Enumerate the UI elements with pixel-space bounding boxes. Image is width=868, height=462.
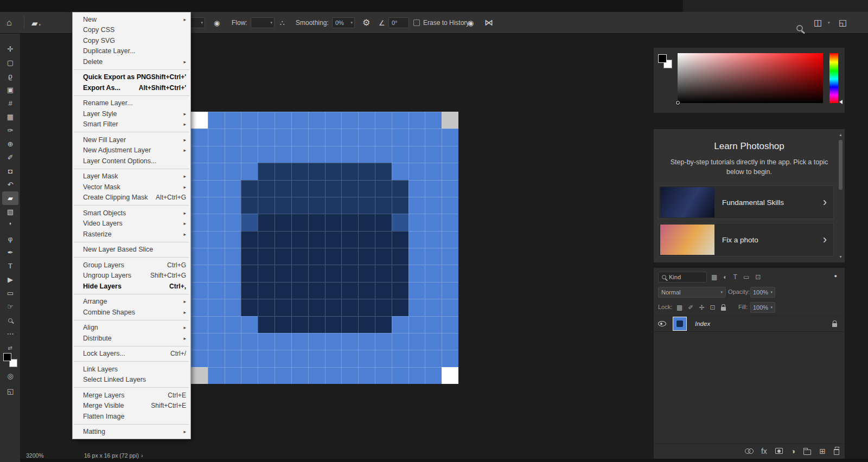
- object-selection-tool[interactable]: ▣: [0, 83, 21, 97]
- opacity-input[interactable]: 100% ▾: [750, 287, 775, 298]
- menu-item-layer-content-options[interactable]: Layer Content Options...: [73, 156, 190, 166]
- learn-topic-fix-a-photo[interactable]: Fix a photo›: [658, 223, 834, 256]
- status-chevron-icon[interactable]: ›: [141, 452, 143, 459]
- menu-item-new-adjustment-layer[interactable]: New Adjustment Layer▸: [73, 145, 190, 156]
- workspace-icon[interactable]: ◫: [814, 18, 822, 27]
- delete-layer-icon[interactable]: [834, 449, 839, 455]
- lock-all-icon[interactable]: [721, 307, 726, 311]
- quick-mask-button[interactable]: ◎: [0, 369, 21, 382]
- scrollbar-thumb[interactable]: [839, 140, 843, 190]
- clone-stamp-tool[interactable]: ◘: [0, 164, 21, 178]
- lock-transparency-icon[interactable]: ▩: [676, 303, 682, 312]
- menu-item-quick-export-as-png[interactable]: Quick Export as PNGShift+Ctrl+': [73, 72, 190, 83]
- tool-preset-picker[interactable]: ▰ ▾: [31, 18, 41, 27]
- paint-symmetry-icon[interactable]: ⋈: [484, 18, 493, 27]
- menu-item-video-layers[interactable]: Video Layers▸: [73, 219, 190, 229]
- menu-item-matting[interactable]: Matting▸: [73, 427, 190, 438]
- menu-item-merge-visible[interactable]: Merge VisibleShift+Ctrl+E: [73, 401, 190, 412]
- menu-item-export-as[interactable]: Export As...Alt+Shift+Ctrl+': [73, 82, 190, 93]
- menu-item-smart-filter[interactable]: Smart Filter▸: [73, 119, 190, 130]
- blend-mode-select[interactable]: Normal ▾: [658, 287, 726, 298]
- eyedropper-tool[interactable]: ✑: [0, 124, 21, 137]
- layer-row[interactable]: Index: [654, 316, 845, 332]
- brush-angle-input[interactable]: 0°: [388, 17, 409, 28]
- scrollbar[interactable]: ▴ ▾: [838, 132, 844, 259]
- layer-style-fx-icon[interactable]: fx: [761, 447, 767, 455]
- menu-item-rename-layer[interactable]: Rename Layer...: [73, 98, 190, 109]
- menu-item-align[interactable]: Align▸: [73, 323, 190, 333]
- menu-item-layer-mask[interactable]: Layer Mask▸: [73, 171, 190, 182]
- filter-shape-icon[interactable]: ▭: [743, 272, 749, 282]
- menu-item-vector-mask[interactable]: Vector Mask▸: [73, 182, 190, 193]
- menu-item-arrange[interactable]: Arrange▸: [73, 297, 190, 307]
- spot-healing-brush-tool[interactable]: ⊕: [0, 137, 21, 151]
- layer-filter-search[interactable]: Kind: [658, 272, 707, 283]
- lasso-tool[interactable]: ϱ: [0, 69, 21, 83]
- menu-item-hide-layers[interactable]: Hide LayersCtrl+,: [73, 281, 190, 292]
- menu-item-smart-objects[interactable]: Smart Objects▸: [73, 208, 190, 219]
- color-swatch-control[interactable]: [3, 353, 17, 367]
- new-group-icon[interactable]: [803, 450, 811, 455]
- hue-slider[interactable]: [829, 53, 838, 103]
- menu-item-rasterize[interactable]: Rasterize▸: [73, 229, 190, 240]
- saturation-brightness-field[interactable]: [678, 53, 823, 103]
- link-layers-icon[interactable]: [745, 448, 753, 454]
- panel-color-swatches[interactable]: [658, 54, 672, 68]
- zoom-tool[interactable]: [0, 313, 21, 327]
- add-layer-mask-icon[interactable]: [775, 448, 783, 454]
- menu-item-combine-shapes[interactable]: Combine Shapes▸: [73, 307, 190, 318]
- hue-slider-marker[interactable]: [839, 100, 843, 104]
- filter-image-icon[interactable]: ▩: [711, 272, 717, 282]
- dock-panel-icon[interactable]: ◱: [839, 18, 847, 27]
- lock-position-icon[interactable]: ✢: [699, 303, 704, 312]
- menu-item-layer-style[interactable]: Layer Style▸: [73, 108, 190, 119]
- filter-adjustment-icon[interactable]: ◐: [723, 272, 727, 282]
- menu-item-copy-css[interactable]: Copy CSS: [73, 25, 190, 36]
- visibility-eye-icon[interactable]: [658, 321, 666, 326]
- smoothing-options-gear-icon[interactable]: ⚙: [362, 18, 370, 27]
- color-picker-marker[interactable]: [676, 101, 680, 105]
- scroll-up-icon[interactable]: ▴: [838, 132, 844, 137]
- home-icon[interactable]: ⌂: [7, 18, 12, 27]
- smoothing-input[interactable]: 0% ▾: [332, 17, 355, 28]
- type-tool[interactable]: T: [0, 259, 21, 273]
- new-layer-icon[interactable]: ⊞: [819, 447, 826, 455]
- fill-input[interactable]: 100% ▾: [750, 302, 775, 313]
- eraser-tool[interactable]: ▰: [2, 191, 18, 205]
- path-selection-tool[interactable]: ▶: [0, 273, 21, 286]
- filter-type-icon[interactable]: T: [733, 272, 737, 282]
- edit-toolbar-button[interactable]: ⋯: [0, 327, 21, 341]
- pressure-size-icon[interactable]: ◉: [468, 19, 474, 26]
- scroll-down-icon[interactable]: ▾: [838, 254, 844, 259]
- menu-item-distribute[interactable]: Distribute▸: [73, 333, 190, 344]
- menu-item-merge-layers[interactable]: Merge LayersCtrl+E: [73, 390, 190, 401]
- menu-item-new[interactable]: New▸: [73, 14, 190, 25]
- flow-input[interactable]: ▾: [251, 17, 275, 28]
- screen-mode-button[interactable]: ◱: [0, 384, 21, 397]
- menu-item-link-layers[interactable]: Link Layers: [73, 364, 190, 375]
- foreground-color-swatch[interactable]: [658, 54, 667, 63]
- zoom-level[interactable]: 3200%: [26, 452, 44, 459]
- layer-thumbnail[interactable]: [673, 317, 687, 331]
- airbrush-icon[interactable]: ∴: [280, 19, 284, 26]
- layer-name[interactable]: Index: [695, 320, 710, 327]
- history-brush-tool[interactable]: ↶: [0, 178, 21, 191]
- filter-toggle-icon[interactable]: ●: [834, 273, 837, 279]
- lock-paint-icon[interactable]: ✐: [688, 303, 693, 312]
- gradient-tool[interactable]: ▧: [0, 205, 21, 219]
- menu-item-new-layer-based-slice[interactable]: New Layer Based Slice: [73, 245, 190, 255]
- new-adjustment-layer-icon[interactable]: ◑: [791, 447, 795, 455]
- foreground-color-swatch[interactable]: [3, 353, 11, 361]
- frame-tool[interactable]: ▦: [0, 110, 21, 124]
- menu-item-copy-svg[interactable]: Copy SVG: [73, 35, 190, 46]
- crop-tool[interactable]: #: [0, 97, 21, 110]
- hand-tool[interactable]: ☞: [0, 300, 21, 313]
- opacity-dropdown[interactable]: ▾: [189, 17, 205, 28]
- move-tool[interactable]: ✢: [0, 42, 21, 56]
- chevron-down-icon[interactable]: ▾: [826, 21, 830, 25]
- menu-item-group-layers[interactable]: Group LayersCtrl+G: [73, 260, 190, 271]
- document-canvas[interactable]: [191, 112, 458, 384]
- menu-item-duplicate-layer[interactable]: Duplicate Layer...: [73, 46, 190, 57]
- blur-tool[interactable]: ❜: [0, 219, 21, 232]
- filter-smart-object-icon[interactable]: ⊡: [755, 272, 761, 282]
